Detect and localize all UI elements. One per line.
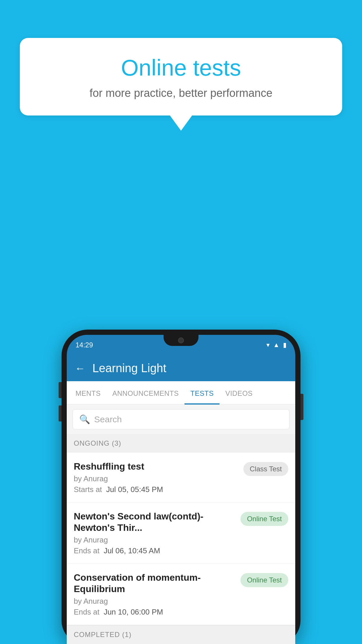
test-item-conservation[interactable]: Conservation of momentum-Equilibrium by … <box>67 564 295 625</box>
battery-icon: ▮ <box>283 341 287 349</box>
status-time: 14:29 <box>75 341 93 349</box>
section-ongoing-label: ONGOING (3) <box>74 439 121 447</box>
status-icons: ▾ ▲ ▮ <box>266 341 287 349</box>
section-completed-header: COMPLETED (1) <box>67 625 295 644</box>
status-bar: 14:29 ▾ ▲ ▮ <box>67 335 295 355</box>
tab-ments[interactable]: MENTS <box>70 381 107 404</box>
test-item-reshuffling[interactable]: Reshuffling test by Anurag Starts at Jul… <box>67 453 295 503</box>
app-title: Learning Light <box>92 362 166 375</box>
section-ongoing-header: ONGOING (3) <box>67 434 295 453</box>
speech-bubble-title: Online tests <box>43 55 319 80</box>
test-by-reshuffling: by Anurag <box>74 474 238 483</box>
search-bar[interactable]: 🔍 Search <box>73 409 289 429</box>
speech-bubble: Online tests for more practice, better p… <box>20 38 342 116</box>
test-name-conservation: Conservation of momentum-Equilibrium <box>74 572 235 594</box>
test-info-newtons: Newton's Second law(contd)-Newton's Thir… <box>74 511 235 555</box>
test-name-newtons: Newton's Second law(contd)-Newton's Thir… <box>74 511 235 533</box>
badge-online-test-conservation: Online Test <box>240 573 288 587</box>
app-header: ← Learning Light <box>67 355 295 381</box>
phone-outer: 14:29 ▾ ▲ ▮ ← Learning Light MENTS ANNOU… <box>61 330 301 644</box>
tab-announcements[interactable]: ANNOUNCEMENTS <box>107 381 185 404</box>
side-button-power <box>301 394 303 420</box>
test-date-conservation: Ends at Jun 10, 06:00 PM <box>74 608 235 617</box>
search-input-placeholder[interactable]: Search <box>94 414 122 424</box>
test-date-newtons: Ends at Jul 06, 10:45 AM <box>74 546 235 555</box>
phone-notch <box>164 335 198 346</box>
tabs-bar: MENTS ANNOUNCEMENTS TESTS VIDEOS <box>67 381 295 405</box>
speech-bubble-wrapper: Online tests for more practice, better p… <box>20 38 342 131</box>
side-button-volume-down <box>59 405 61 421</box>
test-by-conservation: by Anurag <box>74 597 235 606</box>
test-date-reshuffling: Starts at Jul 05, 05:45 PM <box>74 485 238 494</box>
side-button-volume-up <box>59 382 61 398</box>
phone-camera <box>178 337 184 343</box>
test-info-reshuffling: Reshuffling test by Anurag Starts at Jul… <box>74 461 238 494</box>
speech-bubble-tail <box>170 116 192 131</box>
test-info-conservation: Conservation of momentum-Equilibrium by … <box>74 572 235 617</box>
badge-online-test-newtons: Online Test <box>240 512 288 526</box>
wifi-icon: ▾ <box>266 341 270 349</box>
search-container: 🔍 Search <box>67 405 295 434</box>
section-completed-label: COMPLETED (1) <box>74 631 131 638</box>
speech-bubble-subtitle: for more practice, better performance <box>43 87 319 99</box>
badge-class-test: Class Test <box>243 462 288 476</box>
test-item-newtons[interactable]: Newton's Second law(contd)-Newton's Thir… <box>67 503 295 564</box>
tab-videos[interactable]: VIDEOS <box>219 381 259 404</box>
signal-icon: ▲ <box>273 341 280 349</box>
phone-wrapper: 14:29 ▾ ▲ ▮ ← Learning Light MENTS ANNOU… <box>61 330 301 644</box>
test-by-newtons: by Anurag <box>74 536 235 545</box>
search-icon: 🔍 <box>79 414 90 424</box>
test-name-reshuffling: Reshuffling test <box>74 461 238 472</box>
back-button[interactable]: ← <box>75 363 85 374</box>
tab-tests[interactable]: TESTS <box>184 381 219 404</box>
phone-screen: ← Learning Light MENTS ANNOUNCEMENTS TES… <box>67 355 295 644</box>
